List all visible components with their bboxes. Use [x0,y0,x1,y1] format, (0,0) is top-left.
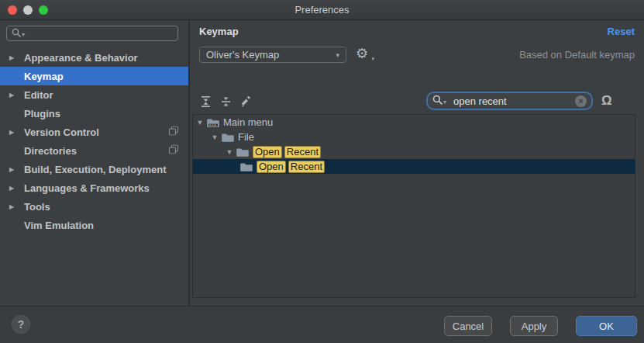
tree-row-file[interactable]: ▼ File [193,130,635,144]
help-button[interactable]: ? [12,315,30,334]
sidebar-item-label: Tools [24,201,50,213]
action-search-field[interactable]: ▾ × [426,92,593,110]
search-match-highlight: Open [257,161,286,173]
page-title: Keymap [199,26,239,37]
window-title: Preferences [0,0,644,19]
keymap-tree: ▼ Main menu ▼ File ▼ OpenRecent [192,114,635,298]
ok-button[interactable]: OK [576,316,637,336]
based-on-label: Based on Default keymap [519,49,635,61]
sidebar-item-label: Editor [24,89,53,101]
sidebar-item-plugins[interactable]: Plugins [0,104,188,123]
tree-node-label: File [238,131,254,143]
tree-toolbar [199,95,252,108]
sidebar-item-directories[interactable]: Directories [0,141,188,160]
tree-row-main-menu[interactable]: ▼ Main menu [193,115,635,130]
sidebar-item-version-control[interactable]: ▶ Version Control [0,123,188,141]
chevron-down-icon: ▾ [371,56,374,62]
search-icon [432,94,443,108]
apply-button[interactable]: Apply [510,316,558,336]
search-match-highlight: Recent [288,161,325,173]
sidebar-item-build-execution-deployment[interactable]: ▶ Build, Execution, Deployment [0,160,188,178]
chevron-right-icon[interactable]: ▶ [9,54,14,61]
pencil-icon [240,96,251,107]
sidebar-item-label: Vim Emulation [24,220,94,231]
expand-all-icon [201,96,211,107]
folder-icon [240,161,253,172]
main-menu-icon [207,117,219,127]
sidebar-item-appearance-behavior[interactable]: ▶ Appearance & Behavior [0,48,188,67]
chevron-down-icon: ▾ [336,51,339,59]
minimize-window-button [23,5,33,15]
chevron-right-icon[interactable]: ▶ [9,185,14,192]
find-actions-by-shortcut-icon[interactable]: Ω [601,93,612,109]
chevron-right-icon[interactable]: ▶ [9,166,14,173]
keymap-gear-button[interactable]: ⚙ ▾ [356,44,373,63]
settings-search-input[interactable] [28,27,173,40]
keymap-settings-panel: Keymap Reset Oliver's Keymap ▾ ⚙ ▾ Based… [190,20,644,306]
folder-icon [222,132,234,142]
project-settings-icon [169,126,178,138]
search-options-caret-icon[interactable]: ▾ [22,32,25,38]
sidebar-item-vim-emulation[interactable]: Vim Emulation [0,216,188,234]
search-icon [12,26,21,40]
sidebar-item-tools[interactable]: ▶ Tools [0,197,188,216]
expand-all-button[interactable] [199,95,212,108]
sidebar-item-label: Languages & Frameworks [24,182,150,194]
chevron-down-icon[interactable]: ▼ [224,148,235,156]
search-match-highlight: Recent [284,146,321,158]
cancel-button[interactable]: Cancel [444,316,492,336]
close-window-button[interactable] [8,5,17,15]
chevron-right-icon[interactable]: ▶ [9,92,14,99]
footer-buttons: Cancel Apply OK [444,316,637,336]
tree-row-open-recent-group[interactable]: ▼ OpenRecent [193,144,635,159]
tree-row-open-recent-selected[interactable]: OpenRecent [193,159,635,174]
sidebar-item-label: Plugins [24,108,60,120]
settings-sidebar: ▾ ▶ Appearance & Behavior Keymap ▶ Edito… [0,20,190,306]
clear-search-icon[interactable]: × [575,95,587,107]
settings-nav: ▶ Appearance & Behavior Keymap ▶ Editor … [0,48,188,234]
chevron-right-icon[interactable]: ▶ [9,203,14,210]
search-match-highlight: Open [253,146,282,158]
settings-search-field[interactable]: ▾ [6,26,178,41]
chevron-down-icon[interactable]: ▼ [209,133,220,141]
keymap-select-value: Oliver's Keymap [206,49,279,61]
sidebar-item-label: Version Control [24,126,99,138]
titlebar: Preferences [0,0,644,20]
sidebar-item-label: Keymap [24,71,64,82]
gear-icon: ⚙ [356,46,368,61]
keymap-select[interactable]: Oliver's Keymap ▾ [199,47,346,63]
tree-node-label: OpenRecent [257,161,327,173]
sidebar-item-label: Appearance & Behavior [24,52,138,64]
action-search-input[interactable] [452,95,575,108]
panel-header: Keymap Reset [199,26,635,37]
reset-link[interactable]: Reset [608,26,635,37]
traffic-lights [8,5,48,15]
chevron-right-icon[interactable]: ▶ [9,129,14,136]
preferences-window: Preferences ▾ ▶ Appearance & Behavior Ke… [0,0,644,343]
folder-icon [236,147,249,157]
sidebar-item-keymap[interactable]: Keymap [0,67,188,85]
tree-node-label: OpenRecent [253,146,323,158]
help-icon: ? [18,318,25,331]
search-options-caret-icon[interactable]: ▾ [443,99,446,106]
collapse-all-icon [221,96,231,107]
edit-shortcut-button[interactable] [239,95,252,108]
sidebar-item-editor[interactable]: ▶ Editor [0,85,188,104]
zoom-window-button[interactable] [39,5,48,15]
project-settings-icon [169,145,178,157]
dialog-footer: ? Cancel Apply OK [0,306,644,343]
tree-node-label: Main menu [223,116,273,128]
collapse-all-button[interactable] [219,95,232,108]
chevron-down-icon[interactable]: ▼ [195,119,205,126]
sidebar-item-languages-frameworks[interactable]: ▶ Languages & Frameworks [0,178,188,197]
sidebar-item-label: Directories [24,145,77,157]
sidebar-item-label: Build, Execution, Deployment [24,164,166,175]
